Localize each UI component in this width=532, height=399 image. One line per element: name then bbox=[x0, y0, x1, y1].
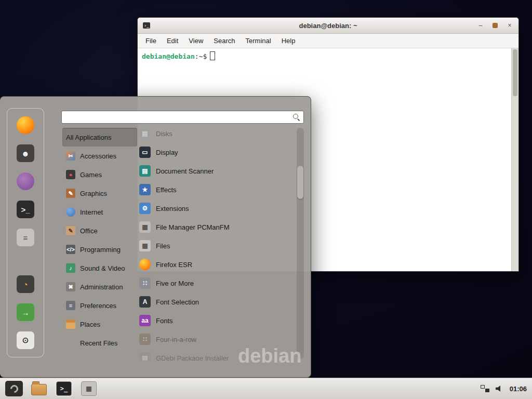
category-office[interactable]: ✎ Office bbox=[62, 221, 137, 240]
volume-icon[interactable] bbox=[496, 385, 503, 392]
favorite-software[interactable]: ≡ bbox=[13, 227, 38, 248]
terminal-scrollbar[interactable] bbox=[511, 48, 518, 271]
terminal-menu-label: File bbox=[145, 37, 156, 45]
terminal-menu-terminal[interactable]: Terminal bbox=[241, 35, 276, 46]
app-label: Effects bbox=[156, 186, 177, 194]
terminal-menu-file[interactable]: File bbox=[141, 35, 161, 46]
category-all-applications[interactable]: All Applications bbox=[62, 128, 137, 147]
files-icon: ▦ bbox=[81, 381, 97, 396]
clock[interactable]: 01:06 bbox=[510, 385, 527, 393]
categories-list: All Applications ✂ Accessories ● Games ✎… bbox=[62, 128, 137, 352]
category-label: Accessories bbox=[80, 152, 116, 160]
terminal-menu-view[interactable]: View bbox=[184, 35, 208, 46]
app-disks[interactable]: ▤ Disks bbox=[137, 124, 296, 143]
network-icon[interactable] bbox=[481, 385, 489, 392]
lock-screen-icon: ◔ bbox=[17, 275, 34, 293]
category-games[interactable]: ● Games bbox=[62, 165, 137, 184]
category-programming[interactable]: </> Programming bbox=[62, 240, 137, 259]
app-five-or-more[interactable]: ∷ Five or More bbox=[137, 274, 296, 292]
app-font-selection[interactable]: A Font Selection bbox=[137, 292, 296, 311]
taskbar-right: 01:06 bbox=[481, 385, 527, 393]
terminal-menu-edit[interactable]: Edit bbox=[162, 35, 183, 46]
app-display[interactable]: ▭ Display bbox=[137, 143, 296, 162]
terminal-menu-label: Search bbox=[214, 37, 235, 45]
category-label: Games bbox=[80, 171, 102, 179]
terminal-titlebar[interactable]: ›_ debian@debian: ~ – ▫ × bbox=[138, 18, 518, 34]
app-label: Font Selection bbox=[156, 298, 199, 306]
app-firefox-esr[interactable]: Firefox ESR bbox=[137, 255, 296, 274]
app-file-manager-pcmanfm[interactable]: ▦ File Manager PCManFM bbox=[137, 218, 296, 236]
favorite-shut-down[interactable]: ⊙ bbox=[13, 330, 38, 351]
taskbar-launcher-file-manager[interactable] bbox=[30, 380, 48, 397]
taskbar: >_ ▦ 01:06 bbox=[0, 378, 532, 399]
taskbar-launcher-terminal[interactable]: >_ bbox=[55, 380, 73, 397]
category-administration[interactable]: ✖ Administration bbox=[62, 277, 137, 296]
minimize-button[interactable]: – bbox=[477, 22, 484, 29]
search-input[interactable] bbox=[62, 111, 292, 123]
debian-watermark: debian bbox=[238, 345, 301, 367]
gdebi-package-installer-icon: ▤ bbox=[139, 352, 151, 361]
folder-icon bbox=[31, 384, 47, 395]
shut-down-icon: ⊙ bbox=[17, 331, 34, 349]
app-extensions[interactable]: ⚙ Extensions bbox=[137, 199, 296, 218]
terminal-icon: >_ bbox=[56, 381, 72, 396]
category-label: Sound & Video bbox=[80, 264, 125, 272]
terminal-menu-label: Terminal bbox=[246, 37, 271, 45]
app-files[interactable]: ▦ Files bbox=[137, 236, 296, 255]
app-effects[interactable]: ★ Effects bbox=[137, 180, 296, 199]
app-label: Four-in-a-row bbox=[156, 336, 196, 343]
terminal-scrollbar-thumb[interactable] bbox=[513, 49, 517, 96]
taskbar-left: >_ ▦ bbox=[5, 378, 98, 399]
app-document-scanner[interactable]: ▤ Document Scanner bbox=[137, 162, 296, 180]
application-menu: ☻ >_ ≡ ◔ → ⊙ bbox=[0, 96, 311, 378]
app-label: GDebi Package Installer bbox=[156, 354, 229, 361]
software-icon: ≡ bbox=[17, 229, 34, 246]
maximize-button[interactable]: ▫ bbox=[493, 23, 498, 28]
terminal-window-icon: ›_ bbox=[143, 22, 150, 29]
terminal-window-title: debian@debian: ~ bbox=[138, 22, 518, 30]
places-icon bbox=[66, 320, 75, 329]
terminal-menu-search[interactable]: Search bbox=[209, 35, 240, 46]
app-label: Firefox ESR bbox=[156, 261, 192, 269]
category-internet[interactable]: Internet bbox=[62, 203, 137, 221]
category-places[interactable]: Places bbox=[62, 315, 137, 334]
menu-button[interactable] bbox=[5, 381, 23, 396]
log-out-icon: → bbox=[17, 303, 34, 321]
app-label: Files bbox=[156, 242, 170, 250]
app-label: Fonts bbox=[156, 317, 173, 325]
favorite-log-out[interactable]: → bbox=[13, 302, 38, 323]
graphics-icon: ✎ bbox=[66, 189, 75, 198]
applications-scrollbar-thumb[interactable] bbox=[297, 166, 303, 199]
file-manager-pcmanfm-icon: ▦ bbox=[139, 221, 151, 233]
administration-icon: ✖ bbox=[66, 282, 75, 291]
favorite-users[interactable]: ☻ bbox=[13, 143, 38, 164]
category-sound-video[interactable]: ♪ Sound & Video bbox=[62, 259, 137, 277]
four-in-a-row-icon: ∷ bbox=[139, 334, 151, 345]
display-icon: ▭ bbox=[139, 147, 151, 158]
extensions-icon: ⚙ bbox=[139, 203, 151, 214]
favorite-firefox[interactable] bbox=[13, 115, 38, 136]
category-preferences[interactable]: ≡ Preferences bbox=[62, 296, 137, 315]
firefox-icon bbox=[17, 116, 34, 134]
category-accessories[interactable]: ✂ Accessories bbox=[62, 147, 137, 165]
category-label: Programming bbox=[80, 246, 121, 254]
favorite-lock-screen[interactable]: ◔ bbox=[13, 274, 38, 295]
category-recent-files[interactable]: Recent Files bbox=[62, 334, 137, 352]
terminal-icon: >_ bbox=[17, 201, 34, 218]
applications-scrollbar[interactable] bbox=[297, 128, 304, 359]
category-graphics[interactable]: ✎ Graphics bbox=[62, 184, 137, 203]
favorite-mascot[interactable] bbox=[13, 171, 38, 192]
desktop: ›_ debian@debian: ~ – ▫ × FileEditViewSe… bbox=[0, 0, 532, 399]
favorite-terminal[interactable]: >_ bbox=[13, 199, 38, 220]
terminal-prompt-user: debian@debian bbox=[142, 52, 195, 60]
five-or-more-icon: ∷ bbox=[139, 277, 151, 289]
category-label: All Applications bbox=[66, 134, 111, 141]
firefox-esr-icon bbox=[139, 259, 151, 270]
app-fonts[interactable]: aa Fonts bbox=[137, 311, 296, 330]
category-label: Places bbox=[80, 321, 100, 328]
taskbar-launcher-files[interactable]: ▦ bbox=[80, 380, 98, 397]
terminal-prompt-path: :~$ bbox=[195, 52, 207, 60]
category-label: Graphics bbox=[80, 190, 107, 197]
terminal-menu-help[interactable]: Help bbox=[277, 35, 300, 46]
close-button[interactable]: × bbox=[506, 22, 513, 29]
